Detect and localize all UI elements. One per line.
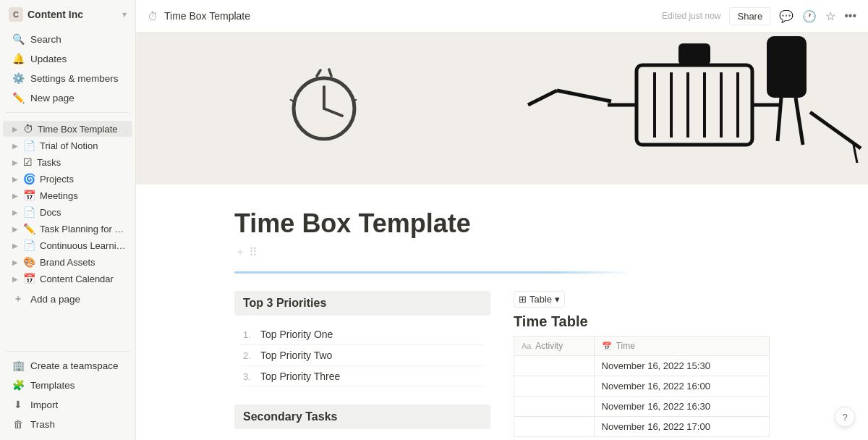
help-button[interactable]: ? <box>835 407 855 427</box>
sidebar-label-new-page: New page <box>30 93 75 103</box>
sidebar-label-templates: Templates <box>30 380 75 391</box>
chevron-icon: ▶ <box>10 275 20 283</box>
chevron-icon: ▶ <box>10 158 20 166</box>
priority-item-1: 1. Top Priority One <box>240 324 485 345</box>
cell-activity-1[interactable] <box>514 356 595 376</box>
topbar-title: Time Box Template <box>164 10 656 22</box>
share-button[interactable]: Share <box>729 7 770 25</box>
docs-icon: 📄 <box>23 206 35 218</box>
sidebar-item-add-page[interactable]: ＋ Add a page <box>3 289 132 308</box>
trial-icon: 📄 <box>23 140 35 151</box>
sidebar-tree: ▶ ⏱ Time Box Template ▶ 📄 Trial of Notio… <box>0 120 135 309</box>
priority-item-3: 3. Top Priority Three <box>240 366 485 387</box>
sidebar-item-task-planning[interactable]: ▶ ✏️ Task Planning for Blog Pr... <box>3 221 132 237</box>
table-view-button[interactable]: ⊞ Table ▾ <box>514 291 565 308</box>
cell-activity-3[interactable] <box>514 397 595 417</box>
sidebar-item-trash[interactable]: 🗑 Trash <box>3 415 132 433</box>
priority-num-3: 3. <box>243 371 255 382</box>
sidebar-item-brand-assets[interactable]: ▶ 🎨 Brand Assets <box>3 254 132 270</box>
sidebar-item-time-box[interactable]: ▶ ⏱ Time Box Template <box>3 121 132 137</box>
star-icon[interactable]: ☆ <box>825 9 835 23</box>
svg-line-4 <box>329 69 331 76</box>
workspace-header[interactable]: C Content Inc ▾ <box>0 0 135 26</box>
sidebar-item-new-page[interactable]: ✏️ New page <box>3 88 132 107</box>
new-page-icon: ✏️ <box>12 91 25 104</box>
svg-line-22 <box>557 90 611 101</box>
priority-list: 1. Top Priority One 2. Top Priority Two … <box>234 324 490 387</box>
secondary-tasks-title: Secondary Tasks <box>234 405 490 429</box>
svg-line-19 <box>796 98 803 145</box>
workspace-icon: C <box>9 7 23 22</box>
table-title: Time Table <box>514 313 770 330</box>
table-row: November 16, 2022 16:00 <box>514 376 770 397</box>
table-header-row: ⊞ Table ▾ <box>514 291 770 308</box>
sidebar-item-settings[interactable]: ⚙️ Settings & members <box>3 69 132 88</box>
svg-line-20 <box>810 112 861 148</box>
search-icon: 🔍 <box>12 33 25 46</box>
sidebar-item-docs[interactable]: ▶ 📄 Docs <box>3 204 132 220</box>
priority-label-1: Top Priority One <box>260 329 333 340</box>
cell-time-4: November 16, 2022 17:00 <box>594 417 769 437</box>
more-icon[interactable]: ••• <box>844 9 856 22</box>
table-row: November 16, 2022 17:00 <box>514 417 770 437</box>
priority-num-1: 1. <box>243 329 255 340</box>
block-add-icon[interactable]: ＋ <box>234 245 246 260</box>
col-header-activity: Aa Activity <box>514 337 595 356</box>
teamspace-icon: 🏢 <box>12 359 25 372</box>
meetings-icon: 📅 <box>23 190 35 201</box>
table-grid-icon: ⊞ <box>519 294 527 305</box>
templates-icon: 🧩 <box>12 378 25 392</box>
hero-banner <box>136 33 868 185</box>
sidebar-label-add-page: Add a page <box>30 294 80 305</box>
sidebar-item-tasks[interactable]: ▶ ☑ Tasks <box>3 154 132 170</box>
chevron-icon: ▶ <box>10 208 20 216</box>
svg-rect-14 <box>678 43 710 65</box>
table-view-label: Table <box>529 294 552 305</box>
sidebar-label-trash: Trash <box>30 419 55 430</box>
sidebar-item-templates[interactable]: 🧩 Templates <box>3 376 132 394</box>
timer-drawing <box>492 33 868 166</box>
topbar-page-icon: ⏱ <box>148 10 158 22</box>
task-planning-icon: ✏️ <box>23 223 35 234</box>
block-drag-icon[interactable]: ⠿ <box>249 245 258 259</box>
col-header-time: 📅 Time <box>594 337 769 356</box>
sidebar-item-meetings[interactable]: ▶ 📅 Meetings <box>3 187 132 203</box>
updates-icon: 🔔 <box>12 52 25 65</box>
svg-line-3 <box>317 70 320 76</box>
brand-icon: 🎨 <box>23 256 35 268</box>
clock-illustration <box>281 62 367 148</box>
table-column: ⊞ Table ▾ Time Table Aa Activity <box>514 291 770 437</box>
tree-label-task-planning: Task Planning for Blog Pr... <box>40 224 127 234</box>
cell-activity-2[interactable] <box>514 376 595 397</box>
tree-label-meetings: Meetings <box>40 190 127 201</box>
chevron-icon: ▶ <box>10 258 20 266</box>
tree-label-content-calendar: Content Calendar <box>40 274 127 284</box>
sidebar-nav: 🔍 Search 🔔 Updates ⚙️ Settings & members… <box>0 29 135 108</box>
sidebar-item-create-teamspace[interactable]: 🏢 Create a teamspace <box>3 356 132 375</box>
chevron-icon: ▶ <box>10 142 20 150</box>
settings-icon: ⚙️ <box>12 72 25 85</box>
page-content: Time Box Template ＋ ⠿ Top 3 Priorities 1… <box>136 33 868 440</box>
sidebar-label-updates: Updates <box>30 54 67 64</box>
sidebar-label-settings: Settings & members <box>30 73 119 84</box>
sidebar-item-continuous[interactable]: ▶ 📄 Continuous Learning Pla... <box>3 237 132 253</box>
sidebar-item-projects[interactable]: ▶ 🌀 Projects <box>3 171 132 187</box>
chevron-icon: ▶ <box>10 175 20 183</box>
sidebar-item-import[interactable]: ⬇ Import <box>3 395 132 414</box>
chevron-icon: ▶ <box>10 125 20 133</box>
sidebar: C Content Inc ▾ 🔍 Search 🔔 Updates ⚙️ Se… <box>0 0 136 440</box>
table-row: November 16, 2022 15:30 <box>514 356 770 376</box>
cell-activity-4[interactable] <box>514 417 595 437</box>
trash-icon: 🗑 <box>12 418 25 431</box>
table-row: November 16, 2022 16:30 <box>514 397 770 417</box>
sidebar-item-trial[interactable]: ▶ 📄 Trial of Notion <box>3 138 132 153</box>
sidebar-label-import: Import <box>30 399 58 410</box>
sidebar-bottom: 🏢 Create a teamspace 🧩 Templates ⬇ Impor… <box>0 344 135 440</box>
import-icon: ⬇ <box>12 398 25 411</box>
sidebar-item-search[interactable]: 🔍 Search <box>3 30 132 48</box>
history-icon[interactable]: 🕐 <box>802 9 817 23</box>
sidebar-item-content-calendar[interactable]: ▶ 📅 Content Calendar <box>3 271 132 287</box>
comment-icon[interactable]: 💬 <box>779 9 793 23</box>
page-body: Time Box Template ＋ ⠿ Top 3 Priorities 1… <box>176 185 827 440</box>
sidebar-item-updates[interactable]: 🔔 Updates <box>3 49 132 68</box>
